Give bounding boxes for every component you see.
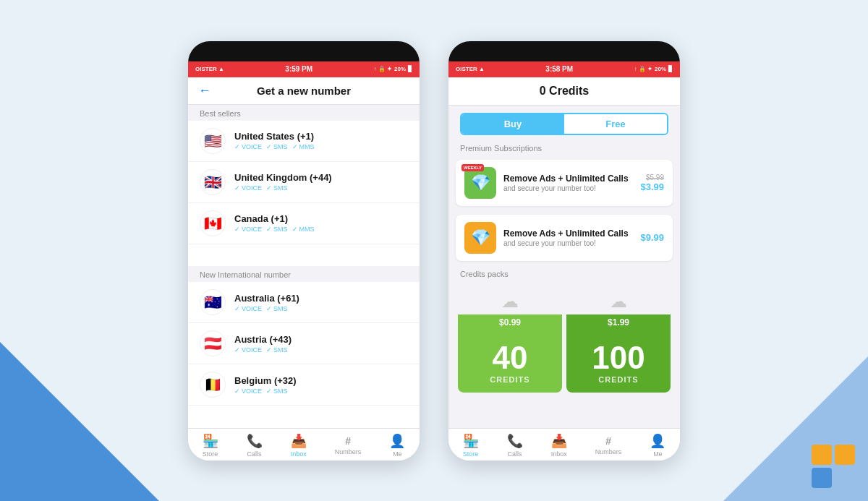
numbers-icon-right: # (605, 435, 611, 447)
nav-calls-left[interactable]: 📞 Calls (247, 433, 263, 458)
nav-numbers-right[interactable]: # Numbers (595, 435, 622, 455)
credits-packs: ☁ $0.99 40 CREDITS ☁ $1.99 (456, 286, 673, 393)
flag-ca: 🇨🇦 (200, 210, 226, 236)
nav-me-left[interactable]: 👤 Me (389, 433, 405, 458)
time-left: 3:59 PM (285, 65, 312, 73)
nav-inbox-left[interactable]: 📥 Inbox (291, 433, 307, 458)
time-right: 3:58 PM (545, 65, 573, 73)
nav-store-right[interactable]: 🏪 Store (463, 433, 479, 458)
credit-pack-40[interactable]: ☁ $0.99 40 CREDITS (458, 286, 562, 393)
price-new-weekly: $3.99 (640, 181, 664, 192)
scroll-content-left: Best sellers 🇺🇸 United States (+1) ✓ VOI… (188, 105, 420, 428)
nav-label-numbers-right: Numbers (595, 448, 622, 455)
nav-label-inbox-right: Inbox (551, 450, 567, 458)
phone-right: OISTER ▲ 3:58 PM ↑ 🔒 ✦ 20% ▊ 0 Credits B… (448, 41, 680, 461)
segment-buy[interactable]: Buy (461, 114, 564, 134)
brand-sq-tl (812, 445, 832, 465)
calls-icon-right: 📞 (507, 433, 523, 449)
sub-price-monthly: $9.99 (640, 232, 664, 243)
me-icon-left: 👤 (389, 433, 405, 449)
credits-section-label: Credits packs (448, 265, 680, 281)
country-info-au: Australia (+61) ✓ VOICE ✓ SMS (234, 293, 299, 312)
brand-sq-bl (812, 468, 832, 488)
country-info-ca: Canada (+1) ✓ VOICE ✓ SMS ✓ MMS (234, 213, 315, 233)
camera-bar-right (448, 41, 680, 61)
pack-body-40: 40 CREDITS (458, 330, 562, 393)
country-item-ca[interactable]: 🇨🇦 Canada (+1) ✓ VOICE ✓ SMS ✓ MMS (188, 203, 420, 244)
nav-label-me-left: Me (393, 450, 402, 458)
calls-icon-left: 📞 (247, 433, 263, 449)
nav-label-numbers-left: Numbers (335, 448, 362, 455)
subscription-monthly[interactable]: 💎 Remove Ads + Unlimited Calls and secur… (456, 215, 673, 261)
flag-us: 🇺🇸 (200, 128, 226, 154)
status-icons-left: ↑ 🔒 ✦ 20% ▊ (374, 66, 412, 72)
premium-section-label: Premium Subscriptions (448, 140, 680, 155)
scroll-content-right: Premium Subscriptions WEEKLY 💎 Remove Ad… (448, 140, 680, 428)
cloud-icon-40: ☁ (501, 291, 519, 312)
sub-desc-weekly: and secure your number too! (503, 184, 633, 192)
inbox-icon-left: 📥 (291, 433, 307, 449)
brand-icon (812, 445, 855, 488)
country-features-at: ✓ VOICE ✓ SMS (234, 346, 292, 354)
flag-be: 🇧🇪 (200, 372, 226, 398)
pack-body-100: 100 CREDITS (566, 330, 671, 393)
country-name-ca: Canada (+1) (234, 213, 315, 224)
nav-numbers-left[interactable]: # Numbers (335, 435, 362, 455)
price-monthly: $9.99 (640, 232, 664, 243)
bg-shape-left (0, 342, 159, 501)
flag-at: 🇦🇹 (200, 330, 226, 356)
numbers-icon-left: # (345, 435, 351, 447)
pack-amount-100: 100 (592, 342, 644, 374)
sub-price-weekly: $5.99 $3.99 (640, 174, 664, 192)
country-features-be: ✓ VOICE ✓ SMS (234, 387, 297, 395)
country-info-at: Austria (+43) ✓ VOICE ✓ SMS (234, 334, 292, 354)
country-item-at[interactable]: 🇦🇹 Austria (+43) ✓ VOICE ✓ SMS (188, 323, 420, 364)
nav-store-left[interactable]: 🏪 Store (203, 433, 218, 458)
country-info-us: United States (+1) ✓ VOICE ✓ SMS ✓ MMS (234, 131, 315, 150)
pack-price-bar-100: $1.99 (566, 314, 671, 330)
brand-sq-tr (835, 445, 855, 465)
country-item-be[interactable]: 🇧🇪 Belgium (+32) ✓ VOICE ✓ SMS (188, 364, 420, 406)
back-button[interactable]: ← (198, 83, 211, 98)
flag-au: 🇦🇺 (200, 289, 226, 315)
country-features-uk: ✓ VOICE ✓ SMS (234, 184, 332, 192)
me-icon-right: 👤 (650, 433, 665, 449)
best-sellers-list: 🇺🇸 United States (+1) ✓ VOICE ✓ SMS ✓ MM… (188, 121, 420, 267)
country-name-us: United States (+1) (234, 131, 315, 142)
status-bar-left: OISTER ▲ 3:59 PM ↑ 🔒 ✦ 20% ▊ (188, 61, 420, 77)
flag-uk: 🇬🇧 (200, 169, 226, 195)
sub-text-weekly: Remove Ads + Unlimited Calls and secure … (503, 174, 633, 192)
page-title-left: Get a new number (257, 85, 351, 97)
nav-label-me-right: Me (653, 450, 663, 458)
nav-me-right[interactable]: 👤 Me (650, 433, 665, 458)
bottom-nav-left: 🏪 Store 📞 Calls 📥 Inbox # Numbers 👤 (188, 428, 420, 461)
phone-left: OISTER ▲ 3:59 PM ↑ 🔒 ✦ 20% ▊ ← Get a new… (188, 41, 420, 461)
screen-right: 0 Credits Buy Free Premium Subscriptions… (448, 77, 680, 461)
country-features-au: ✓ VOICE ✓ SMS (234, 305, 299, 312)
credits-title: 0 Credits (540, 85, 589, 97)
credit-pack-100[interactable]: ☁ $1.99 100 CREDITS (566, 286, 671, 393)
nav-calls-right[interactable]: 📞 Calls (507, 433, 523, 458)
store-icon-left: 🏪 (203, 433, 218, 449)
country-info-be: Belgium (+32) ✓ VOICE ✓ SMS (234, 375, 297, 395)
country-item-uk[interactable]: 🇬🇧 United Kingdom (+44) ✓ VOICE ✓ SMS (188, 162, 420, 203)
store-icon-right: 🏪 (463, 433, 479, 449)
pack-price-bar-40: $0.99 (458, 314, 562, 330)
nav-label-store-right: Store (463, 450, 479, 458)
header-left: ← Get a new number (188, 77, 420, 105)
country-item-us[interactable]: 🇺🇸 United States (+1) ✓ VOICE ✓ SMS ✓ MM… (188, 121, 420, 162)
inbox-icon-right: 📥 (551, 433, 567, 449)
sub-text-monthly: Remove Ads + Unlimited Calls and secure … (503, 228, 633, 247)
segment-free[interactable]: Free (564, 114, 667, 134)
carrier-left: OISTER ▲ (195, 66, 224, 72)
nav-inbox-right[interactable]: 📥 Inbox (551, 433, 567, 458)
country-item-au[interactable]: 🇦🇺 Australia (+61) ✓ VOICE ✓ SMS (188, 282, 420, 323)
country-features-us: ✓ VOICE ✓ SMS ✓ MMS (234, 143, 315, 150)
nav-label-inbox-left: Inbox (291, 450, 307, 458)
carrier-right: OISTER ▲ (456, 66, 485, 72)
sub-title-monthly: Remove Ads + Unlimited Calls (503, 228, 633, 239)
pack-label-100: CREDITS (598, 375, 638, 384)
country-name-uk: United Kingdom (+44) (234, 172, 332, 183)
price-old-weekly: $5.99 (640, 174, 664, 181)
subscription-weekly[interactable]: WEEKLY 💎 Remove Ads + Unlimited Calls an… (456, 160, 673, 206)
